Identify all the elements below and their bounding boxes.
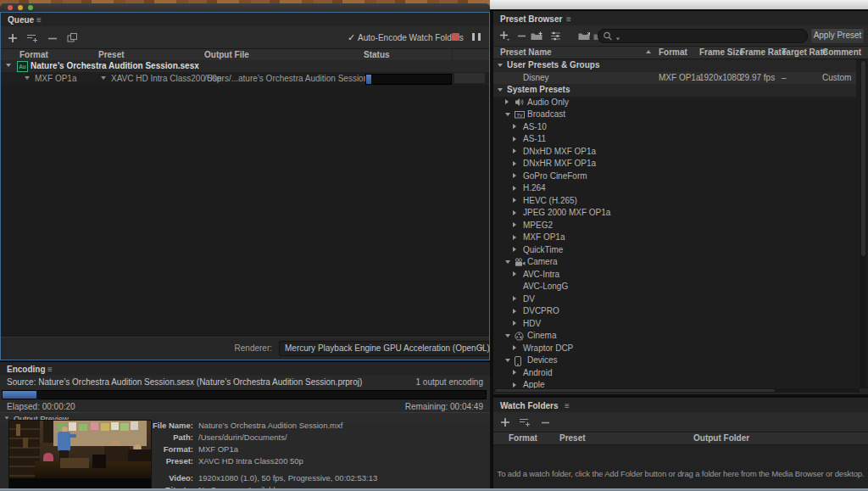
expand-icon[interactable] xyxy=(513,161,516,166)
collapse-group-icon[interactable] xyxy=(498,64,503,67)
preset-tree-row[interactable]: GoPro CineForm xyxy=(493,170,856,183)
collapse-icon[interactable] xyxy=(505,260,510,264)
queue-output-row[interactable]: MXF OP1a XAVC HD Intra Class200 50p /Use… xyxy=(1,72,489,85)
collapse-icon[interactable] xyxy=(505,334,510,338)
watch-folders-panel-menu-icon[interactable]: ≡ xyxy=(565,401,570,410)
minimize-window-button[interactable] xyxy=(18,5,23,10)
preset-row[interactable]: DisneyMXF OP1a1920x108029.97 fps–Custom xyxy=(493,72,856,85)
apply-preset-button[interactable]: Apply Preset xyxy=(810,28,865,44)
remove-folder-icon[interactable] xyxy=(541,421,550,424)
expand-icon[interactable] xyxy=(513,173,516,178)
column-header[interactable]: Format xyxy=(659,47,687,57)
preset-tree-row[interactable]: AVC-LongG xyxy=(493,281,856,293)
add-output-icon[interactable] xyxy=(26,33,38,43)
column-header[interactable]: Format xyxy=(19,50,48,59)
preset-tree-row[interactable]: Devices xyxy=(493,354,856,367)
preset-tree-row[interactable]: MPEG2 xyxy=(493,220,856,232)
expand-icon[interactable] xyxy=(513,345,516,350)
column-header[interactable]: Target Rate xyxy=(782,47,827,57)
preset-group-row[interactable]: User Presets & Groups xyxy=(493,59,856,72)
column-header[interactable]: Format xyxy=(509,433,537,443)
column-header[interactable]: Frame Size xyxy=(699,47,744,57)
zoom-window-button[interactable] xyxy=(28,5,33,10)
column-header[interactable]: Output File xyxy=(204,50,249,59)
expand-icon[interactable] xyxy=(513,382,516,388)
expand-icon[interactable] xyxy=(513,124,516,129)
preset-tree-row[interactable]: Audio Only xyxy=(493,97,856,109)
preset-tree-row[interactable]: AS-10 xyxy=(493,121,856,134)
preset-tree-row[interactable]: H.264 xyxy=(493,182,856,195)
collapse-icon[interactable] xyxy=(505,113,510,116)
preset-tree-row[interactable]: Apple xyxy=(493,379,856,388)
delete-preset-icon[interactable] xyxy=(517,35,526,37)
output-format-value[interactable]: MXF OP1a xyxy=(35,74,76,83)
column-header[interactable]: Preset xyxy=(559,433,586,443)
expand-icon[interactable] xyxy=(513,309,516,314)
import-preset-icon[interactable] xyxy=(578,31,591,41)
collapse-group-icon[interactable] xyxy=(498,88,503,92)
add-source-icon[interactable] xyxy=(8,33,18,43)
sort-ascending-icon[interactable] xyxy=(646,50,651,53)
search-presets-input[interactable] xyxy=(598,29,808,43)
search-options-icon[interactable] xyxy=(616,38,620,41)
watch-folders-tab[interactable]: Watch Folders xyxy=(500,401,559,410)
column-header[interactable]: Status xyxy=(364,50,390,59)
create-preset-icon[interactable] xyxy=(499,31,509,41)
preset-tree-row[interactable]: Wraptor DCP xyxy=(493,343,856,355)
preset-tree-row[interactable]: DNxHD MXF OP1a xyxy=(493,146,856,159)
preset-group-row[interactable]: System Presets xyxy=(493,84,856,97)
preset-tree-row[interactable]: HDV xyxy=(493,318,856,331)
window-titlebar[interactable] xyxy=(0,3,490,12)
preset-tree-row[interactable]: QuickTime xyxy=(493,244,856,257)
preset-tree-row[interactable]: JPEG 2000 MXF OP1a xyxy=(493,207,856,220)
expand-icon[interactable] xyxy=(513,210,516,215)
preset-dropdown-icon[interactable] xyxy=(101,76,106,80)
expand-icon[interactable] xyxy=(513,198,516,203)
new-preset-group-icon[interactable] xyxy=(531,31,543,41)
add-folder-icon[interactable] xyxy=(500,417,510,427)
expand-icon[interactable] xyxy=(513,235,516,240)
preset-tree-row[interactable]: Cinema xyxy=(493,330,856,343)
stop-queue-button[interactable] xyxy=(452,33,459,41)
expand-icon[interactable] xyxy=(513,247,516,252)
expand-icon[interactable] xyxy=(513,148,516,153)
column-header[interactable]: Comment xyxy=(822,47,861,57)
expand-icon[interactable] xyxy=(513,321,516,326)
preset-tree-row[interactable]: DV xyxy=(493,293,856,306)
preset-tree-row[interactable]: DVCPRO xyxy=(493,305,856,318)
expand-icon[interactable] xyxy=(513,137,516,142)
preset-browser-panel-menu-icon[interactable]: ≡ xyxy=(566,14,571,24)
expand-icon[interactable] xyxy=(513,222,516,227)
duplicate-icon[interactable] xyxy=(67,32,78,43)
preset-tree-row[interactable]: HEVC (H.265) xyxy=(493,195,856,208)
encoding-panel-menu-icon[interactable]: ≡ xyxy=(47,365,53,374)
preset-browser-tab[interactable]: Preset Browser xyxy=(500,14,562,24)
renderer-dropdown[interactable]: Mercury Playback Engine GPU Acceleration… xyxy=(279,341,489,356)
remove-icon[interactable] xyxy=(47,37,58,40)
format-dropdown-icon[interactable] xyxy=(25,76,30,80)
preset-tree-row[interactable]: Android xyxy=(493,367,856,380)
preset-tree-row[interactable]: DNxHR MXF OP1a xyxy=(493,158,856,170)
preset-tree-row[interactable]: AS-11 xyxy=(493,133,856,146)
queue-tab[interactable]: Queue xyxy=(8,15,34,25)
preset-horizontal-scrollbar[interactable] xyxy=(493,388,860,393)
output-file-link[interactable]: /Users/...ature’s Orchestra Audition Ses… xyxy=(204,74,384,83)
preset-vertical-scrollbar[interactable] xyxy=(860,59,866,388)
add-watch-output-icon[interactable] xyxy=(519,417,531,427)
preset-tree-row[interactable]: Camera xyxy=(493,256,856,269)
expand-icon[interactable] xyxy=(513,370,516,375)
expand-icon[interactable] xyxy=(505,99,509,104)
queue-panel-menu-icon[interactable]: ≡ xyxy=(36,15,42,25)
preset-tree-row[interactable]: MXF OP1a xyxy=(493,232,856,244)
preset-tree-row[interactable]: AVC-Intra xyxy=(493,269,856,282)
encoding-tab[interactable]: Encoding xyxy=(7,365,46,374)
expand-icon[interactable] xyxy=(513,296,516,301)
expand-icon[interactable] xyxy=(513,271,516,276)
auto-encode-checkbox[interactable]: ✓ xyxy=(348,32,355,43)
expand-icon[interactable] xyxy=(513,186,516,191)
column-header[interactable]: Output Folder xyxy=(693,433,749,443)
column-header[interactable]: Preset Name xyxy=(500,47,552,57)
column-header[interactable]: Frame Rate xyxy=(740,47,786,57)
preset-settings-icon[interactable] xyxy=(550,31,561,41)
collapse-icon[interactable] xyxy=(505,359,510,362)
